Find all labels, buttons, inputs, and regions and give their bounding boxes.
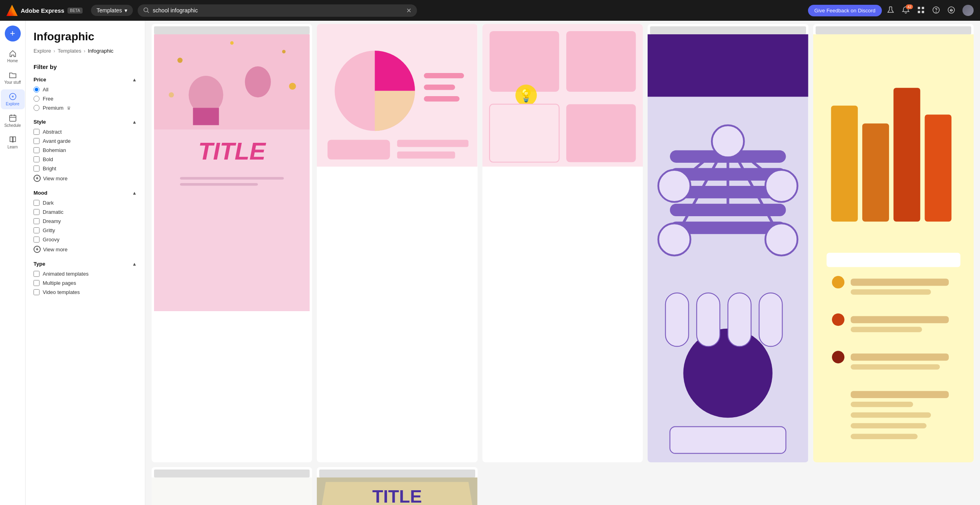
template-card-1[interactable]: TITLE (152, 24, 312, 462)
sidebar-item-schedule[interactable]: Schedule (1, 111, 25, 131)
type-multiple-pages-checkbox[interactable] (34, 280, 40, 286)
mood-dramatic[interactable]: Dramatic (34, 209, 137, 215)
svg-point-28 (289, 83, 296, 89)
price-free-radio[interactable] (34, 96, 40, 102)
filter-style-label: Style (34, 119, 46, 125)
template-card-3[interactable]: 💡 (482, 24, 643, 462)
style-view-more-button[interactable]: + View more (34, 175, 67, 182)
type-multiple-pages[interactable]: Multiple pages (34, 280, 137, 286)
style-bohemian-checkbox[interactable] (34, 147, 40, 153)
mood-dark-checkbox[interactable] (34, 200, 40, 206)
notification-icon[interactable]: 42 (902, 6, 911, 15)
filter-section-mood: Mood ▲ Dark Dramatic Dreamy Gritty Gr (34, 190, 137, 253)
svg-rect-89 (850, 391, 948, 398)
template-card-4[interactable] (648, 24, 808, 462)
filter-mood-header[interactable]: Mood ▲ (34, 190, 137, 196)
type-animated[interactable]: Animated templates (34, 271, 137, 277)
svg-rect-34 (180, 177, 284, 180)
price-all-label: All (43, 87, 48, 93)
price-premium-option[interactable]: Premium ♛ (34, 105, 137, 111)
discord-feedback-button[interactable]: Give Feedback on Discord (808, 5, 882, 16)
breadcrumb-templates[interactable]: Templates (57, 48, 81, 54)
svg-rect-77 (893, 88, 920, 221)
type-video-checkbox[interactable] (34, 289, 40, 295)
svg-point-65 (658, 223, 690, 255)
template-card-2[interactable] (317, 24, 477, 462)
svg-point-64 (765, 170, 797, 202)
svg-rect-61 (670, 204, 786, 216)
style-avant-garde[interactable]: Avant garde (34, 138, 137, 144)
svg-rect-69 (666, 293, 689, 346)
type-video[interactable]: Video templates (34, 289, 137, 295)
price-all-option[interactable]: All (34, 87, 137, 93)
sidebar-item-home[interactable]: Home (1, 46, 25, 66)
mood-gritty-checkbox[interactable] (34, 227, 40, 233)
search-icon (143, 7, 150, 14)
mood-dark[interactable]: Dark (34, 200, 137, 206)
svg-rect-70 (697, 293, 720, 346)
mood-gritty[interactable]: Gritty (34, 227, 137, 233)
mood-dreamy-checkbox[interactable] (34, 218, 40, 224)
template-card-6[interactable]: Concept Map Infographics (152, 467, 312, 505)
sidebar-label-home: Home (7, 59, 18, 63)
plus-circle-icon-mood: + (34, 246, 41, 253)
breadcrumb: Explore › Templates › Infographic (34, 48, 137, 54)
svg-rect-73 (670, 427, 786, 454)
svg-point-15 (950, 9, 952, 11)
sidebar-item-explore[interactable]: Explore (1, 89, 25, 109)
search-clear-button[interactable]: ✕ (406, 7, 411, 14)
filter-section-price: Price ▲ All Free Premium ♛ (34, 77, 137, 111)
svg-rect-71 (728, 293, 751, 346)
style-avant-garde-checkbox[interactable] (34, 138, 40, 144)
notification-badge: 42 (906, 4, 913, 9)
search-input[interactable] (153, 7, 403, 14)
mood-groovy[interactable]: Groovy (34, 237, 137, 243)
calendar-icon (9, 114, 17, 122)
price-premium-radio[interactable] (34, 105, 40, 111)
help-icon[interactable] (932, 6, 941, 15)
templates-dropdown[interactable]: Templates ▾ (91, 5, 133, 16)
filter-type-header[interactable]: Type ▲ (34, 261, 137, 267)
chevron-up-icon-type: ▲ (132, 261, 137, 267)
style-bright[interactable]: Bright (34, 166, 137, 172)
create-button[interactable]: + (5, 26, 21, 41)
user-avatar[interactable] (962, 5, 974, 16)
sidebar-item-your-stuff[interactable]: Your stuff (1, 68, 25, 88)
template-card-7[interactable]: TITLE 👤👤👤👤👤 👤👤👤👤👤 👤👤👤👤👤 85% (317, 467, 477, 505)
style-abstract[interactable]: Abstract (34, 129, 137, 135)
mood-dreamy[interactable]: Dreamy (34, 218, 137, 224)
svg-rect-84 (850, 316, 948, 323)
style-bright-checkbox[interactable] (34, 166, 40, 172)
svg-point-29 (169, 92, 174, 97)
mood-groovy-checkbox[interactable] (34, 237, 40, 243)
main-area: Infographic Explore › Templates › Infogr… (26, 21, 980, 505)
style-bold[interactable]: Bold (34, 156, 137, 162)
sidebar-item-learn[interactable]: Learn (1, 132, 25, 152)
type-animated-checkbox[interactable] (34, 271, 40, 277)
book-icon (9, 136, 17, 144)
app-name: Adobe Express (21, 7, 64, 14)
template-card-5[interactable] (813, 24, 974, 462)
breadcrumb-current: Infographic (88, 48, 113, 54)
style-bold-checkbox[interactable] (34, 156, 40, 162)
template-grid-area: TITLE (145, 21, 980, 505)
svg-rect-81 (850, 279, 948, 286)
mood-view-more-button[interactable]: + View more (34, 246, 67, 253)
svg-rect-94 (152, 477, 312, 505)
apps-icon[interactable] (917, 6, 926, 15)
style-bohemian[interactable]: Bohemian (34, 147, 137, 153)
chevron-down-icon: ▾ (124, 7, 127, 14)
svg-rect-93 (850, 434, 917, 439)
filter-price-header[interactable]: Price ▲ (34, 77, 137, 83)
price-free-option[interactable]: Free (34, 96, 137, 102)
preview-icon[interactable] (947, 6, 956, 15)
style-abstract-checkbox[interactable] (34, 129, 40, 135)
filter-style-header[interactable]: Style ▲ (34, 119, 137, 125)
svg-rect-79 (826, 253, 960, 267)
lab-icon[interactable] (887, 6, 895, 15)
svg-rect-91 (850, 412, 931, 418)
price-all-radio[interactable] (34, 87, 40, 93)
breadcrumb-explore[interactable]: Explore (34, 48, 51, 54)
svg-marker-4 (6, 5, 18, 16)
mood-dramatic-checkbox[interactable] (34, 209, 40, 215)
